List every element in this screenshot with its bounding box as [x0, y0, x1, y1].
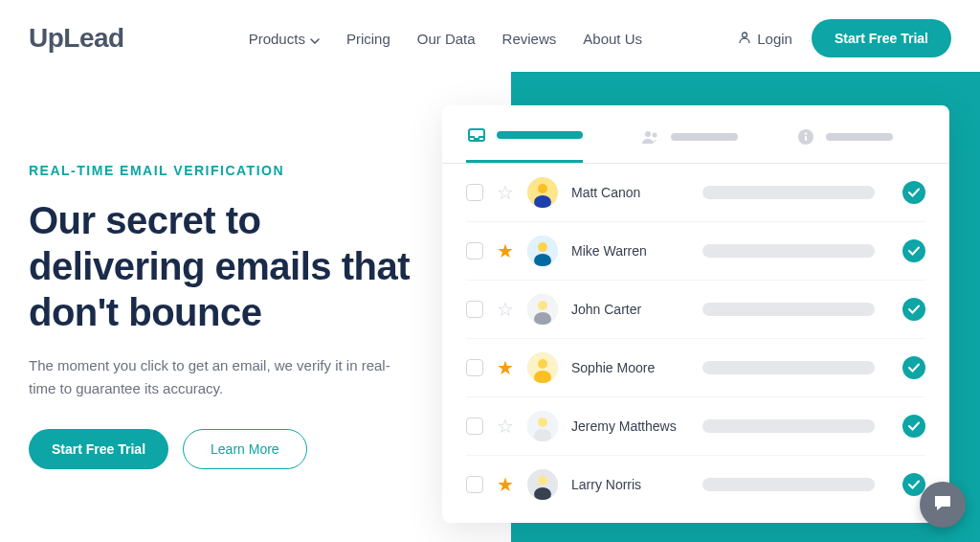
star-icon[interactable]: ☆ [497, 298, 514, 321]
chat-widget[interactable] [920, 482, 966, 528]
placeholder-bar [702, 478, 875, 491]
hero-primary-button[interactable]: Start Free Trial [29, 429, 168, 469]
people-icon [640, 126, 661, 147]
svg-point-5 [805, 132, 807, 134]
svg-point-20 [538, 418, 547, 427]
tab-bar [826, 133, 893, 141]
svg-point-11 [538, 242, 547, 252]
lead-name: Matt Canon [571, 185, 686, 200]
login-label: Login [757, 31, 792, 47]
avatar [527, 236, 558, 266]
main-nav: Products Pricing Our Data Reviews About … [249, 31, 642, 47]
nav-reviews[interactable]: Reviews [502, 31, 557, 47]
nav-about-us[interactable]: About Us [583, 31, 642, 47]
hero-content: REAL-TIME EMAIL VERIFICATION Our secret … [29, 105, 421, 469]
header-right: Login Start Free Trial [738, 19, 951, 57]
row-checkbox[interactable] [466, 359, 483, 376]
lead-name: Sophie Moore [571, 360, 686, 375]
verified-check-icon [902, 239, 925, 262]
info-icon [795, 126, 816, 147]
verified-check-icon [902, 298, 925, 321]
star-icon[interactable]: ★ [497, 473, 514, 496]
svg-point-17 [538, 359, 547, 369]
leads-card: ☆ Matt Canon ★ Mike Warren ☆ John Carter… [442, 105, 949, 523]
tab-people[interactable] [640, 124, 738, 163]
placeholder-bar [702, 419, 875, 433]
nav-products[interactable]: Products [249, 31, 320, 47]
header-cta-button[interactable]: Start Free Trial [812, 19, 951, 57]
placeholder-bar [702, 361, 875, 374]
svg-point-8 [538, 184, 547, 193]
placeholder-bar [702, 244, 875, 258]
row-checkbox[interactable] [466, 418, 483, 435]
star-icon[interactable]: ★ [497, 239, 514, 262]
lead-row[interactable]: ☆ Matt Canon [466, 164, 925, 222]
lead-name: Jeremy Matthews [571, 418, 686, 434]
verified-check-icon [902, 181, 925, 204]
hero-subheadline: The moment you click to get an email, we… [29, 354, 392, 400]
avatar [527, 411, 558, 441]
hero-eyebrow: REAL-TIME EMAIL VERIFICATION [29, 163, 421, 178]
row-checkbox[interactable] [466, 184, 483, 201]
lead-row[interactable]: ★ Sophie Moore [466, 339, 925, 397]
svg-point-23 [538, 476, 547, 486]
svg-point-0 [743, 33, 747, 37]
row-checkbox[interactable] [466, 301, 483, 318]
lead-name: Larry Norris [571, 477, 686, 492]
tab-bar [497, 131, 583, 139]
placeholder-bar [702, 186, 875, 199]
inbox-icon [466, 124, 487, 146]
lead-row[interactable]: ☆ John Carter [466, 281, 925, 339]
tab-bar [671, 133, 738, 141]
nav-our-data[interactable]: Our Data [417, 31, 476, 47]
tab-info[interactable] [795, 124, 893, 163]
chevron-down-icon [310, 31, 320, 47]
avatar [527, 294, 558, 325]
svg-point-14 [538, 301, 547, 310]
verified-check-icon [902, 356, 925, 379]
hero-secondary-button[interactable]: Learn More [183, 429, 307, 469]
chat-icon [931, 491, 954, 518]
lead-name: John Carter [571, 302, 686, 317]
nav-label: Products [249, 31, 305, 47]
header: UpLead Products Pricing Our Data Reviews… [0, 0, 980, 77]
star-icon[interactable]: ☆ [497, 415, 514, 438]
hero-buttons: Start Free Trial Learn More [29, 429, 421, 469]
star-icon[interactable]: ★ [497, 356, 514, 379]
svg-point-2 [645, 131, 651, 137]
svg-rect-6 [805, 136, 807, 141]
leads-list: ☆ Matt Canon ★ Mike Warren ☆ John Carter… [442, 164, 949, 513]
nav-pricing[interactable]: Pricing [346, 31, 390, 47]
login-link[interactable]: Login [738, 31, 792, 47]
brand-logo[interactable]: UpLead [29, 23, 124, 54]
row-checkbox[interactable] [466, 476, 483, 493]
lead-name: Mike Warren [571, 243, 686, 259]
avatar [527, 469, 558, 500]
user-icon [738, 31, 751, 47]
avatar [527, 177, 558, 208]
row-checkbox[interactable] [466, 242, 483, 260]
lead-row[interactable]: ☆ Jeremy Matthews [466, 397, 925, 456]
card-tabs [442, 105, 949, 164]
avatar [527, 352, 558, 383]
verified-check-icon [902, 415, 925, 438]
tab-inbox[interactable] [466, 124, 583, 163]
star-icon[interactable]: ☆ [497, 181, 514, 204]
placeholder-bar [702, 303, 875, 316]
lead-row[interactable]: ★ Larry Norris [466, 456, 925, 513]
hero-headline: Our secret to delivering emails that don… [29, 197, 421, 335]
svg-point-3 [653, 132, 657, 137]
lead-row[interactable]: ★ Mike Warren [466, 222, 925, 281]
